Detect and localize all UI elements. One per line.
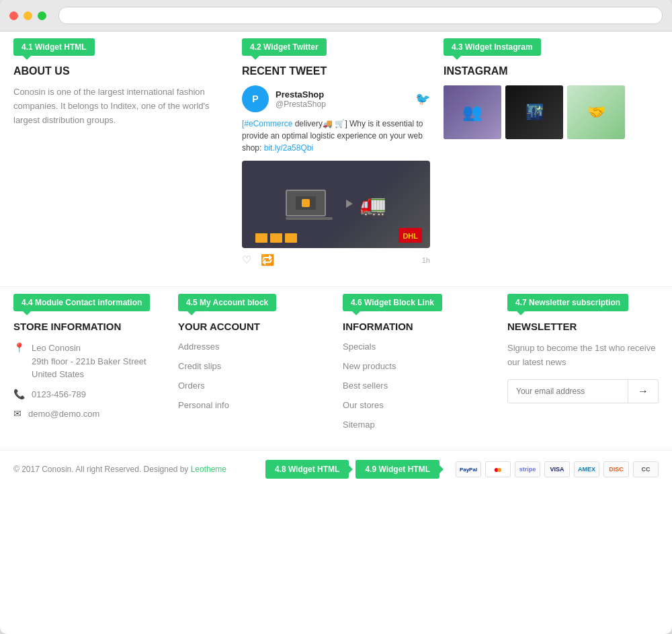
minimize-button[interactable] <box>24 11 32 20</box>
account-link-personal-info[interactable]: Personal info <box>178 400 329 410</box>
account-link-addresses[interactable]: Addresses <box>178 342 329 352</box>
tweet-heart-icon[interactable]: ♡ <box>242 253 251 266</box>
tweet-title: RECENT TWEET <box>242 65 430 77</box>
close-button[interactable] <box>9 11 18 20</box>
twitter-bird-icon: 🐦 <box>415 91 430 106</box>
account-link-orders[interactable]: Orders <box>178 381 329 391</box>
widget-48-button[interactable]: 4.8 Widget HTML <box>265 460 349 479</box>
footer-blocks: 4.4 Module Contact information STORE INF… <box>0 286 672 450</box>
tweet-hashtag[interactable]: [#eCommerce <box>242 119 292 128</box>
store-info-column: 4.4 Module Contact information STORE INF… <box>13 294 165 430</box>
store-address-item: 📍 Leo Conosin 29th floor - 221b Baker St… <box>13 342 165 381</box>
tweet-header: P PrestaShop @PrestaShop 🐦 <box>242 85 430 112</box>
store-email-item: ✉ demo@demo.com <box>13 407 165 421</box>
tweet-card: P PrestaShop @PrestaShop 🐦 [#eCommerce d… <box>242 85 430 266</box>
info-link-specials[interactable]: Specials <box>343 342 494 352</box>
email-icon: ✉ <box>13 408 22 419</box>
account-column: 4.5 My Account block YOUR ACCOUNT Addres… <box>178 294 329 430</box>
store-name: Leo Conosin <box>32 343 81 353</box>
tweet-image: 🚛 DHL <box>242 161 430 248</box>
newsletter-text: Signup to become the 1st who receive our… <box>507 342 659 370</box>
copyright-text: © 2017 Conosin. All right Reserved. Desi… <box>13 465 259 474</box>
browser-bar <box>0 0 672 32</box>
store-email: demo@demo.com <box>28 407 99 421</box>
browser-window: 4.1 Widget HTML ABOUT US Conosin is one … <box>0 0 672 634</box>
widget-47-label: 4.7 Newsletter subscription <box>507 294 628 311</box>
information-links: Specials New products Best sellers Our s… <box>343 342 494 430</box>
instagram-column: 4.3 Widget Instagram INSTAGRAM 👥 🌃 🤝 <box>444 38 659 266</box>
stripe-icon: stripe <box>515 461 540 477</box>
information-title: INFORMATION <box>343 321 494 332</box>
instagram-image-1[interactable]: 👥 <box>444 85 501 139</box>
leotheme-link[interactable]: Leotheme <box>191 465 226 474</box>
page-content: 4.1 Widget HTML ABOUT US Conosin is one … <box>0 32 672 488</box>
instagram-image-3[interactable]: 🤝 <box>567 85 625 139</box>
tweet-user-info: PrestaShop @PrestaShop <box>276 89 326 109</box>
instagram-title: INSTAGRAM <box>444 65 659 77</box>
amex-icon: AMEX <box>574 461 599 477</box>
widget-46-label: 4.6 Widget Block Link <box>343 294 442 311</box>
tweet-name: PrestaShop <box>276 89 326 100</box>
about-us-column: 4.1 Widget HTML ABOUT US Conosin is one … <box>13 38 228 266</box>
widget-44-label: 4.4 Module Contact information <box>13 294 150 311</box>
about-title: ABOUT US <box>13 65 228 77</box>
about-text: Conosin is one of the largest internatio… <box>13 85 228 127</box>
tweet-link[interactable]: bit.ly/2a58Qbi <box>264 143 313 153</box>
tweet-column: 4.2 Widget Twitter RECENT TWEET P Presta… <box>242 38 430 266</box>
url-bar[interactable] <box>58 7 663 24</box>
newsletter-title: NEWSLETTER <box>507 321 659 332</box>
paypal-icon: PayPal <box>456 461 481 477</box>
widget-49-button[interactable]: 4.9 Widget HTML <box>355 460 439 479</box>
widget-41-label: 4.1 Widget HTML <box>13 38 95 56</box>
mastercard-icon: ●● <box>485 461 511 477</box>
store-address: Leo Conosin 29th floor - 221b Baker Stre… <box>32 342 146 381</box>
widget-43-label: 4.3 Widget Instagram <box>444 38 541 56</box>
widget-45-label: 4.5 My Account block <box>178 294 276 311</box>
tweet-actions: ♡ 🔁 1h <box>242 253 430 266</box>
information-column: 4.6 Widget Block Link INFORMATION Specia… <box>343 294 494 430</box>
info-link-sitemap[interactable]: Sitemap <box>343 420 494 430</box>
newsletter-email-input[interactable] <box>508 380 628 403</box>
instagram-image-2[interactable]: 🌃 <box>505 85 563 139</box>
tweet-avatar: P <box>242 85 269 112</box>
newsletter-form: → <box>507 379 659 403</box>
bottom-bar: © 2017 Conosin. All right Reserved. Desi… <box>0 450 672 488</box>
info-link-new-products[interactable]: New products <box>343 361 494 371</box>
store-address1: 29th floor - 221b Baker Street <box>32 356 146 366</box>
info-link-our-stores[interactable]: Our stores <box>343 400 494 410</box>
cc-icon: CC <box>633 461 659 477</box>
store-phone-item: 📞 0123-456-789 <box>13 388 165 401</box>
maximize-button[interactable] <box>38 11 46 20</box>
visa-icon: VISA <box>544 461 570 477</box>
store-info-title: STORE INFORMATION <box>13 321 165 332</box>
newsletter-column: 4.7 Newsletter subscription NEWSLETTER S… <box>507 294 659 430</box>
newsletter-submit-button[interactable]: → <box>628 380 658 403</box>
store-address2: United States <box>32 369 84 379</box>
tweet-time: 1h <box>422 256 430 264</box>
info-link-best-sellers[interactable]: Best sellers <box>343 381 494 391</box>
account-links: Addresses Credit slips Orders Personal i… <box>178 342 329 410</box>
store-phone: 0123-456-789 <box>32 388 86 401</box>
account-title: YOUR ACCOUNT <box>178 321 329 332</box>
phone-icon: 📞 <box>13 389 25 399</box>
instagram-grid: 👥 🌃 🤝 <box>444 85 659 139</box>
discover-icon: DISC <box>603 461 629 477</box>
payment-icons: PayPal ●● stripe VISA AMEX DISC CC <box>456 461 659 477</box>
account-link-credit-slips[interactable]: Credit slips <box>178 361 329 371</box>
widget-42-label: 4.2 Widget Twitter <box>242 38 327 56</box>
location-icon: 📍 <box>13 342 25 353</box>
tweet-retweet-icon[interactable]: 🔁 <box>261 253 274 266</box>
tweet-text: [#eCommerce delivery🚚 🛒] Why is it essen… <box>242 118 430 154</box>
top-section: 4.1 Widget HTML ABOUT US Conosin is one … <box>0 32 672 280</box>
tweet-handle: @PrestaShop <box>276 100 326 109</box>
